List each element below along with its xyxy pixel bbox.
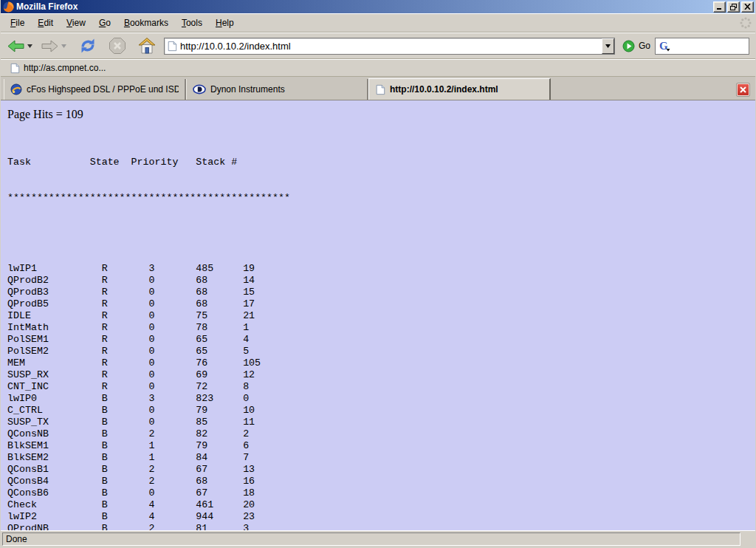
- url-bar[interactable]: [164, 38, 615, 55]
- cell-priority: 4: [148, 511, 196, 523]
- search-bar[interactable]: G: [655, 38, 749, 55]
- cell-state: B: [102, 440, 149, 452]
- cell-priority: 2: [148, 428, 196, 440]
- cell-task: QConsB6: [7, 487, 102, 499]
- firefox-icon: [3, 1, 14, 13]
- cell-task: CNT_INC: [7, 381, 102, 393]
- cell-state: R: [102, 322, 149, 334]
- search-input[interactable]: [673, 41, 749, 51]
- back-dropdown-icon[interactable]: [27, 44, 35, 48]
- tab-2[interactable]: Dynon Instruments: [186, 79, 368, 100]
- table-row: BlkSEM1B1796: [7, 440, 755, 452]
- cell-number: 19: [243, 263, 255, 275]
- cell-priority: 0: [148, 417, 196, 428]
- bookmark-item[interactable]: http://as.cmpnet.co...: [5, 61, 110, 75]
- cell-priority: 0: [148, 405, 196, 417]
- menu-item-file[interactable]: File: [4, 15, 31, 31]
- table-row: IntMathR0781: [7, 322, 755, 334]
- tab-1[interactable]: cFos Highspeed DSL / PPPoE und ISDN CAP.…: [4, 79, 186, 100]
- table-row: lwIP0B38230: [7, 393, 755, 405]
- cell-number: 12: [243, 369, 255, 381]
- cell-state: R: [102, 357, 149, 369]
- cell-priority: 0: [148, 334, 196, 346]
- cell-number: 10: [243, 405, 255, 417]
- cell-stack: 82: [196, 428, 243, 440]
- table-row: lwIP2B494423: [7, 511, 755, 523]
- cell-number: 5: [243, 346, 249, 357]
- close-tab-button[interactable]: [737, 83, 749, 96]
- menu-item-edit[interactable]: Edit: [31, 15, 60, 31]
- cell-number: 13: [243, 464, 255, 476]
- cell-number: 8: [243, 381, 249, 393]
- cell-priority: 4: [148, 499, 196, 511]
- table-row: CheckB446120: [7, 499, 755, 511]
- table-row: QConsB1B26713: [7, 464, 755, 476]
- forward-button[interactable]: [39, 38, 61, 54]
- cell-priority: 3: [148, 393, 196, 405]
- cell-task: QProdNB: [7, 523, 102, 530]
- cell-state: B: [102, 487, 149, 499]
- cell-state: B: [102, 523, 149, 530]
- back-button[interactable]: [5, 38, 27, 54]
- cell-stack: 84: [196, 452, 243, 464]
- cell-number: 14: [243, 275, 255, 287]
- table-row: IDLER07521: [7, 310, 755, 322]
- stop-button[interactable]: [106, 35, 128, 56]
- go-button[interactable]: Go: [622, 40, 650, 52]
- cell-number: 6: [243, 440, 249, 452]
- cell-task: BlkSEM2: [7, 452, 102, 464]
- menu-item-help[interactable]: Help: [209, 15, 241, 31]
- url-dropdown-button[interactable]: [602, 38, 614, 54]
- table-row: QProdNBB2813: [7, 523, 755, 530]
- header-priority: Priority: [131, 157, 196, 168]
- minimize-button[interactable]: [713, 1, 726, 13]
- cfos-icon: [10, 83, 22, 95]
- cell-number: 15: [243, 287, 255, 298]
- url-input[interactable]: [180, 39, 602, 53]
- cell-stack: 68: [196, 298, 243, 310]
- table-row: QConsB6B06718: [7, 487, 755, 499]
- menu-item-tools[interactable]: Tools: [175, 15, 209, 31]
- table-row: QProdB2R06814: [7, 275, 755, 287]
- cell-priority: 1: [148, 440, 196, 452]
- cell-stack: 823: [196, 393, 243, 405]
- menu-item-go[interactable]: Go: [92, 15, 117, 31]
- task-table: Task State Priority Stack # ************…: [7, 133, 755, 530]
- cell-task: SUSP_RX: [7, 369, 102, 381]
- cell-task: QConsB1: [7, 464, 102, 476]
- document-icon: [375, 84, 385, 95]
- dynon-icon: [193, 84, 206, 95]
- cell-state: B: [102, 476, 149, 487]
- tab-bar: cFos Highspeed DSL / PPPoE und ISDN CAP.…: [1, 77, 755, 100]
- cell-priority: 0: [148, 287, 196, 298]
- cell-state: B: [102, 511, 149, 523]
- cell-state: B: [102, 464, 149, 476]
- bookmarks-toolbar: http://as.cmpnet.co...: [1, 59, 755, 77]
- reload-button[interactable]: [77, 35, 99, 56]
- cell-state: B: [102, 417, 149, 428]
- home-button[interactable]: [136, 35, 158, 56]
- cell-stack: 81: [196, 523, 243, 530]
- cell-task: PolSEM2: [7, 346, 102, 357]
- table-row: BlkSEM2B1847: [7, 452, 755, 464]
- cell-number: 17: [243, 298, 255, 310]
- google-icon[interactable]: G: [659, 40, 671, 52]
- menu-item-view[interactable]: View: [60, 15, 92, 31]
- close-button[interactable]: [741, 1, 754, 13]
- table-row: MEMR076105: [7, 357, 755, 369]
- cell-state: R: [102, 287, 149, 298]
- cell-number: 23: [243, 511, 255, 523]
- forward-dropdown-icon[interactable]: [61, 44, 69, 48]
- cell-priority: 0: [148, 357, 196, 369]
- cell-stack: 79: [196, 440, 243, 452]
- task-table-rows: lwIP1R348519QProdB2R06814QProdB3R06815QP…: [7, 263, 755, 530]
- restore-button[interactable]: [727, 1, 740, 13]
- cell-priority: 2: [148, 476, 196, 487]
- menu-item-bookmarks[interactable]: Bookmarks: [117, 15, 175, 31]
- cell-state: R: [102, 369, 149, 381]
- table-row: PolSEM1R0654: [7, 334, 755, 346]
- cell-priority: 0: [148, 298, 196, 310]
- tab-label: cFos Highspeed DSL / PPPoE und ISDN CAP.…: [27, 84, 179, 95]
- cell-state: B: [102, 405, 149, 417]
- tab-3-active[interactable]: http://10.0.10.2/index.html: [368, 78, 551, 100]
